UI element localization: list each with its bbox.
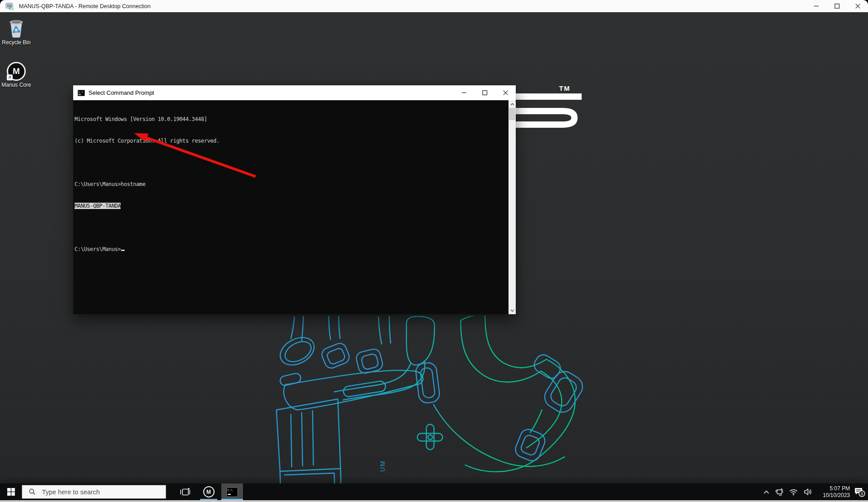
console-line-prompt: C:\Users\Manus>	[75, 246, 509, 253]
cmd-taskbar-icon: C:\	[226, 487, 238, 497]
task-view-button[interactable]	[174, 483, 196, 500]
manus-core-letter: M	[13, 66, 20, 76]
trademark-label: TM	[559, 84, 570, 92]
clock-date: 10/10/2023	[823, 492, 850, 499]
scrollbar-thumb[interactable]	[509, 108, 515, 120]
taskbar-manus-button[interactable]: M	[198, 483, 219, 500]
scrollbar-down-button[interactable]	[509, 307, 516, 314]
scrollbar-up-button[interactable]	[509, 100, 516, 108]
volume-icon[interactable]	[801, 483, 815, 500]
svg-text:C:\: C:\	[79, 91, 83, 93]
host-taskbar-strip	[0, 500, 868, 502]
command-prompt-icon: C:\	[78, 89, 85, 97]
manus-taskbar-letter: M	[206, 489, 211, 495]
maximize-button[interactable]	[826, 0, 847, 12]
console-line-version: Microsoft Windows [Version 10.0.19044.34…	[75, 116, 509, 123]
action-center-button[interactable]: 3	[852, 483, 867, 500]
rdp-titlebar[interactable]: MANUS-QBP-TANDA - Remote Desktop Connect…	[0, 0, 868, 12]
command-prompt-window: C:\ Select Command Prompt	[73, 85, 516, 314]
rdp-session-window: MANUS-QBP-TANDA - Remote Desktop Connect…	[0, 0, 868, 502]
hostname-selection: MANUS-QBP-TANDA	[75, 203, 121, 209]
windows-logo-icon	[7, 488, 15, 496]
console-line-blank	[75, 224, 509, 231]
rdp-window-title: MANUS-QBP-TANDA - Remote Desktop Connect…	[19, 3, 151, 9]
manus-core-icon: M	[7, 62, 26, 81]
svg-text:3: 3	[861, 491, 863, 496]
console-output[interactable]: Microsoft Windows [Version 10.0.19044.34…	[73, 100, 509, 314]
console-prompt: C:\Users\Manus>	[75, 246, 121, 252]
taskbar-cmd-button[interactable]: C:\	[221, 483, 243, 500]
session-monitor-icon	[775, 488, 784, 496]
search-box[interactable]	[22, 485, 166, 499]
wallpaper-vertical-text: UM	[379, 460, 386, 472]
tray-expand-button[interactable]	[761, 483, 772, 500]
wifi-icon[interactable]	[787, 483, 800, 500]
console-line-copyright: (c) Microsoft Corporation. All rights re…	[75, 137, 509, 144]
rdp-window-controls	[806, 0, 868, 12]
cmd-maximize-button[interactable]	[474, 85, 495, 100]
minimize-button[interactable]	[806, 0, 826, 12]
desktop-icon-manus-core[interactable]: M Manus Core	[0, 62, 33, 88]
chevron-up-icon	[763, 490, 770, 494]
console-cursor	[121, 250, 125, 251]
desktop-icon-label: Manus Core	[0, 82, 33, 88]
desktop-icon-label: Recycle Bin	[0, 39, 33, 46]
desktop[interactable]: TM	[0, 12, 868, 483]
cmd-close-button[interactable]	[495, 85, 516, 100]
close-button[interactable]	[847, 0, 868, 12]
shortcut-arrow-icon	[7, 74, 13, 80]
recycle-bin-icon	[0, 18, 33, 38]
clock-time: 5:07 PM	[830, 485, 850, 492]
wallpaper-hand-graphic: UM	[271, 316, 596, 483]
task-view-icon	[180, 488, 191, 496]
cmd-minimize-button[interactable]	[453, 85, 474, 100]
taskbar: M C:\	[0, 483, 868, 500]
cmd-titlebar[interactable]: C:\ Select Command Prompt	[73, 85, 516, 100]
console-line-command: C:\Users\Manus>hostname	[75, 181, 509, 188]
console-scrollbar[interactable]	[509, 100, 516, 314]
remote-desktop-icon	[5, 3, 14, 10]
manus-taskbar-icon: M	[203, 486, 215, 497]
start-button[interactable]	[0, 483, 22, 500]
taskbar-clock[interactable]: 5:07 PM 10/10/2023	[816, 483, 851, 500]
desktop-icon-recycle-bin[interactable]: Recycle Bin	[0, 18, 33, 46]
svg-text:C:\: C:\	[228, 488, 233, 492]
action-center-icon: 3	[854, 487, 865, 497]
search-icon	[28, 488, 36, 496]
remote-session-tray-icon[interactable]	[773, 483, 786, 500]
search-input[interactable]	[41, 488, 156, 496]
console-line-blank	[75, 159, 509, 166]
cmd-window-title: Select Command Prompt	[89, 89, 154, 96]
cmd-window-controls	[453, 85, 516, 100]
console-line-output: MANUS-QBP-TANDA	[75, 202, 509, 209]
